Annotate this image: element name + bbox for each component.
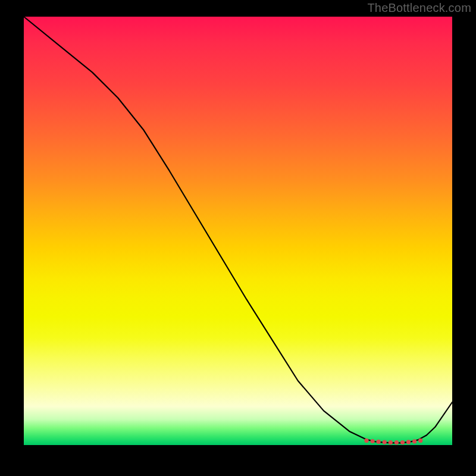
scatter-dot [389,440,393,444]
scatter-dots [364,439,422,444]
scatter-dot [406,440,411,444]
scatter-dot [364,439,368,443]
scatter-dot [377,440,381,444]
scatter-dot [370,439,374,443]
scatter-dot [412,439,416,443]
plot-area [24,17,452,445]
scatter-dot [418,439,422,443]
scatter-dot [394,440,399,444]
scatter-dot [383,440,387,444]
chart-svg [24,17,452,445]
watermark-text: TheBottleneck.com [367,1,471,15]
frame: TheBottleneck.com [0,0,476,476]
line-curve [24,17,452,443]
scatter-dot [400,440,405,444]
